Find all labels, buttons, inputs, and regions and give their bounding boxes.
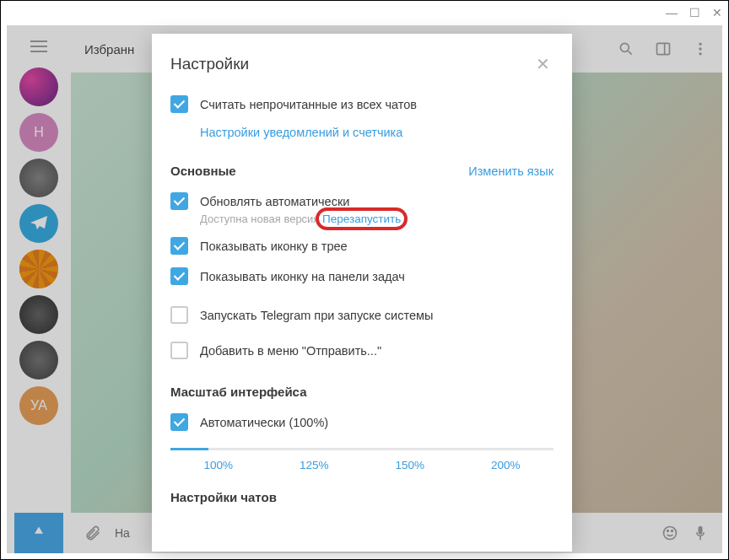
checkbox-icon[interactable]: [170, 342, 188, 359]
restart-link[interactable]: Перезапустить: [322, 213, 401, 225]
scale-option[interactable]: 200%: [491, 459, 521, 471]
checkbox-icon[interactable]: [170, 237, 188, 255]
checkbox-icon[interactable]: [170, 267, 188, 285]
dialog-title: Настройки: [170, 55, 532, 73]
section-title-scale: Масштаб интерфейса: [170, 385, 554, 399]
checkbox-row-autoscale[interactable]: Автоматически (100%): [170, 407, 554, 438]
checkbox-row-autoupdate[interactable]: Обновлять автоматически Доступна новая в…: [170, 186, 554, 231]
checkbox-row-unread[interactable]: Считать непрочитанные из всех чатов: [170, 89, 554, 120]
settings-dialog: Настройки ✕ Считать непрочитанные из все…: [152, 34, 572, 552]
scale-option[interactable]: 100%: [203, 459, 233, 471]
window-close-button[interactable]: ✕: [712, 6, 722, 19]
checkbox-label: Запускать Telegram при запуске системы: [200, 306, 433, 325]
notification-settings-link[interactable]: Настройки уведомлений и счетчика: [200, 126, 402, 139]
maximize-button[interactable]: ☐: [689, 6, 700, 19]
section-title-main: Основные: [170, 164, 468, 178]
scale-option[interactable]: 125%: [300, 459, 329, 471]
checkbox-row-sendto[interactable]: Добавить в меню "Отправить...": [170, 336, 554, 366]
scale-slider[interactable]: [170, 448, 554, 450]
checkbox-icon[interactable]: [170, 306, 188, 324]
update-status: Доступна новая версия Перезапустить: [200, 213, 401, 225]
checkbox-label: Автоматически (100%): [200, 413, 328, 432]
checkbox-label: Добавить в меню "Отправить...": [200, 342, 381, 360]
close-icon[interactable]: ✕: [532, 51, 554, 78]
scale-option[interactable]: 150%: [395, 459, 424, 471]
checkbox-row-taskbar[interactable]: Показывать иконку на панели задач: [170, 261, 554, 292]
window-titlebar: — ☐ ✕: [0, 0, 729, 25]
change-language-link[interactable]: Изменить язык: [468, 164, 554, 178]
checkbox-icon[interactable]: [170, 192, 188, 210]
minimize-button[interactable]: —: [666, 6, 678, 19]
checkbox-row-autostart[interactable]: Запускать Telegram при запуске системы: [170, 300, 554, 331]
checkbox-row-tray[interactable]: Показывать иконку в трее: [170, 231, 554, 261]
section-title-chats: Настройки чатов: [170, 490, 554, 504]
checkbox-label: Считать непрочитанные из всех чатов: [200, 95, 417, 114]
checkbox-label: Показывать иконку в трее: [200, 237, 348, 256]
checkbox-icon[interactable]: [170, 413, 188, 431]
checkbox-label: Показывать иконку на панели задач: [200, 267, 405, 286]
checkbox-icon[interactable]: [170, 95, 188, 113]
